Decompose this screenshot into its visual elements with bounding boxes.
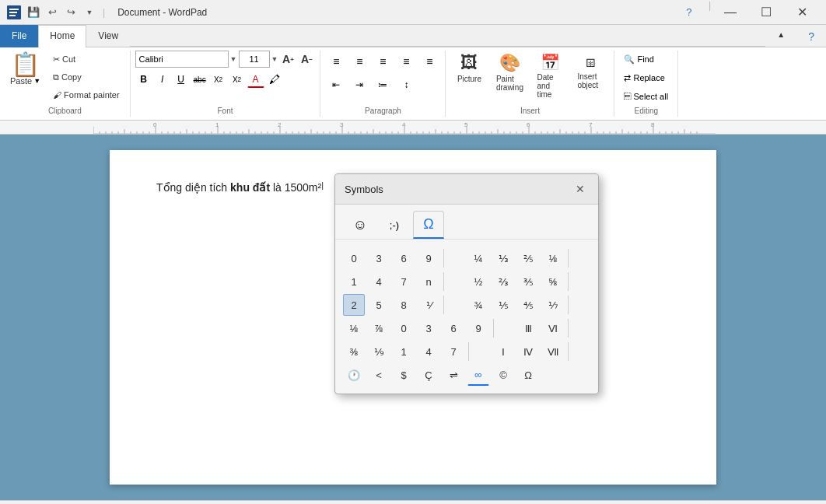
- font-size-dropdown-icon[interactable]: ▼: [271, 55, 278, 63]
- help-button[interactable]: ?: [671, 0, 707, 25]
- symbol-roman1[interactable]: Ⅰ: [492, 341, 514, 362]
- symbol-eighth[interactable]: ⅛: [542, 247, 564, 269]
- align-right-button[interactable]: ≡: [372, 51, 394, 72]
- paint-drawing-button[interactable]: 🎨 Paint drawing: [491, 51, 528, 94]
- symbol-1[interactable]: 1: [343, 271, 365, 292]
- symbol-3b[interactable]: 3: [418, 317, 439, 339]
- datetime-button[interactable]: 📅 Date and time: [531, 51, 569, 101]
- symbol-7eighth[interactable]: ⅞: [368, 317, 390, 339]
- symbol-roman6[interactable]: Ⅵ: [542, 317, 564, 339]
- cut-button[interactable]: ✂ Cut: [47, 51, 125, 68]
- save-qat-button[interactable]: 💾: [25, 4, 42, 21]
- close-button[interactable]: ✕: [784, 0, 820, 25]
- font-size-input[interactable]: [239, 51, 270, 68]
- bullets-button[interactable]: ≔: [372, 74, 394, 96]
- justify-button[interactable]: ≡: [395, 51, 417, 72]
- bold-button[interactable]: B: [135, 71, 152, 88]
- more-para-button[interactable]: ≡: [418, 51, 440, 72]
- find-button[interactable]: 🔍 Find: [619, 51, 658, 68]
- symbol-4[interactable]: 4: [368, 271, 390, 292]
- symbol-less[interactable]: <: [368, 364, 390, 386]
- symbol-cedilla[interactable]: Ç: [418, 364, 439, 386]
- highlight-color-button[interactable]: 🖍: [266, 71, 283, 88]
- italic-button[interactable]: I: [154, 71, 171, 88]
- insert-object-button[interactable]: ⧆ Insert object: [572, 51, 609, 92]
- symbol-3[interactable]: 3: [368, 247, 390, 269]
- symbol-inv[interactable]: ⅟: [418, 294, 439, 316]
- text-color-button[interactable]: A: [247, 71, 264, 88]
- symbol-1c[interactable]: 1: [393, 341, 415, 362]
- customize-qat-button[interactable]: ▼: [81, 4, 98, 21]
- symbol-1eighth[interactable]: ⅛: [343, 317, 365, 339]
- symbol-9b[interactable]: 9: [467, 317, 489, 339]
- underline-button[interactable]: U: [173, 71, 190, 88]
- superscript-button[interactable]: X2: [229, 71, 246, 88]
- omega-tab[interactable]: Ω: [413, 211, 444, 239]
- symbol-1ninth[interactable]: ⅑: [368, 341, 390, 362]
- symbol-4c[interactable]: 4: [418, 341, 439, 362]
- line-spacing-button[interactable]: ↕: [395, 74, 417, 96]
- shrink-font-button[interactable]: A−: [298, 51, 315, 68]
- symbol-1fifth[interactable]: ⅕: [492, 294, 514, 316]
- symbol-0b[interactable]: 0: [393, 317, 415, 339]
- symbols-dialog-close-button[interactable]: ✕: [572, 180, 589, 198]
- ribbon-collapse-button[interactable]: ▲: [765, 25, 796, 47]
- copy-button[interactable]: ⧉ Copy: [47, 68, 125, 86]
- grow-font-button[interactable]: A+: [279, 51, 296, 68]
- symbol-7[interactable]: 7: [393, 271, 415, 292]
- align-center-button[interactable]: ≡: [348, 51, 370, 72]
- symbol-7c[interactable]: 7: [443, 341, 464, 362]
- symbol-roman4[interactable]: Ⅳ: [517, 341, 539, 362]
- symbol-2third[interactable]: ⅔: [492, 271, 514, 292]
- symbol-0[interactable]: 0: [343, 247, 365, 269]
- symbol-2fifth[interactable]: ⅖: [517, 247, 539, 269]
- symbol-roman3[interactable]: Ⅲ: [517, 317, 539, 339]
- tab-view[interactable]: View: [86, 25, 130, 47]
- symbol-copyright[interactable]: ©: [492, 364, 514, 386]
- increase-indent-button[interactable]: ⇥: [348, 74, 370, 96]
- symbol-5eighth[interactable]: ⅝: [542, 271, 564, 292]
- symbol-8[interactable]: 8: [393, 294, 415, 316]
- emoticon-tab[interactable]: ;-): [379, 211, 410, 239]
- symbol-6b[interactable]: 6: [443, 317, 464, 339]
- symbol-omega[interactable]: Ω: [517, 364, 539, 386]
- symbol-n[interactable]: n: [418, 271, 439, 292]
- decrease-indent-button[interactable]: ⇤: [325, 74, 347, 96]
- symbol-1seventh[interactable]: ⅐: [542, 294, 564, 316]
- align-left-button[interactable]: ≡: [325, 51, 347, 72]
- picture-button[interactable]: 🖼 Picture: [450, 51, 488, 86]
- symbol-third[interactable]: ⅓: [492, 247, 514, 269]
- tab-home[interactable]: Home: [38, 25, 86, 47]
- symbol-half[interactable]: ½: [467, 271, 489, 292]
- minimize-button[interactable]: —: [712, 0, 748, 25]
- strikethrough-button[interactable]: abc: [191, 71, 208, 88]
- select-all-button[interactable]:  Select all: [619, 88, 673, 105]
- replace-button[interactable]: ⇄ Replace: [619, 69, 669, 86]
- symbol-2[interactable]: 2: [343, 294, 365, 316]
- symbol-roman7[interactable]: Ⅶ: [542, 341, 564, 362]
- format-painter-button[interactable]: 🖌 Format painter: [47, 86, 125, 103]
- font-name-input[interactable]: [135, 51, 229, 68]
- redo-qat-button[interactable]: ↪: [62, 4, 79, 21]
- symbol-9[interactable]: 9: [418, 247, 439, 269]
- undo-qat-button[interactable]: ↩: [44, 4, 61, 21]
- symbol-arrows[interactable]: ⇌: [443, 364, 464, 386]
- symbol-3eighth[interactable]: ⅜: [343, 341, 365, 362]
- symbol-6[interactable]: 6: [393, 247, 415, 269]
- symbol-3quarter[interactable]: ¾: [467, 294, 489, 316]
- subscript-button[interactable]: X2: [210, 71, 227, 88]
- tab-file[interactable]: File: [0, 25, 38, 47]
- symbol-quarter[interactable]: ¼: [467, 247, 489, 269]
- symbol-4fifth[interactable]: ⅘: [517, 294, 539, 316]
- paste-button[interactable]: 📋 Paste ▼: [5, 51, 46, 88]
- symbol-clock[interactable]: 🕐: [343, 364, 365, 386]
- symbol-5[interactable]: 5: [368, 294, 390, 316]
- symbol-dollar[interactable]: $: [393, 364, 415, 386]
- help-ribbon-button[interactable]: ?: [796, 25, 826, 47]
- insert-label: Insert: [520, 105, 540, 117]
- font-name-dropdown-icon[interactable]: ▼: [230, 55, 237, 63]
- symbol-3fifth[interactable]: ⅗: [517, 271, 539, 292]
- symbol-infinity[interactable]: ∞: [467, 364, 489, 386]
- emoji-tab[interactable]: ☺: [345, 211, 376, 239]
- maximize-button[interactable]: ☐: [748, 0, 784, 25]
